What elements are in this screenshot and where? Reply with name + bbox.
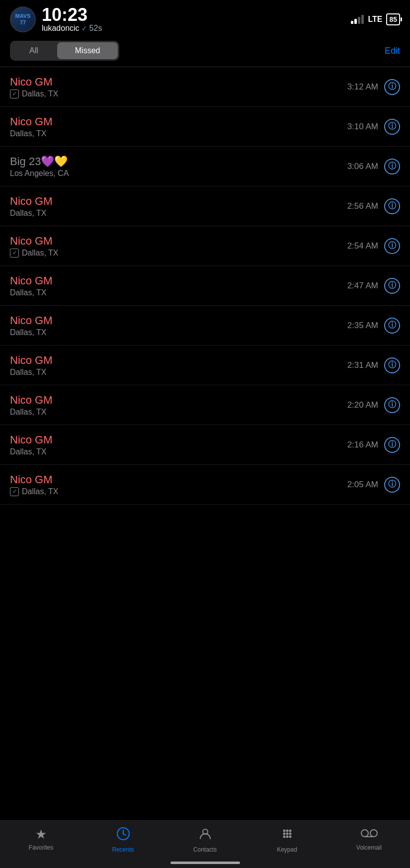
call-time: 2:16 AM bbox=[347, 440, 378, 450]
status-left: MAVS77 10:23 lukadoncic ✓ 52s bbox=[10, 6, 102, 33]
call-right: 2:47 AM ⓘ bbox=[347, 278, 400, 294]
checkbox-icon bbox=[10, 249, 19, 258]
call-right: 2:56 AM ⓘ bbox=[347, 198, 400, 214]
contacts-label: Contacts bbox=[193, 846, 217, 853]
voicemail-label: Voicemail bbox=[356, 844, 382, 851]
signal-bars bbox=[351, 15, 364, 24]
checkbox-icon bbox=[10, 487, 19, 496]
call-info: Nico GM Dallas, TX bbox=[10, 115, 347, 138]
call-item[interactable]: Nico GM Dallas, TX 2:20 AM ⓘ bbox=[0, 385, 410, 425]
call-name: Nico GM bbox=[10, 354, 347, 367]
checkbox-icon bbox=[10, 89, 19, 98]
call-time: 2:05 AM bbox=[347, 480, 378, 490]
info-button[interactable]: ⓘ bbox=[384, 198, 400, 214]
call-list: Nico GM Dallas, TX 3:12 AM ⓘ Nico GM Dal… bbox=[0, 67, 410, 505]
call-info: Big 23💜💛 Los Angeles, CA bbox=[10, 155, 347, 178]
call-right: 2:20 AM ⓘ bbox=[347, 397, 400, 413]
info-button[interactable]: ⓘ bbox=[384, 397, 400, 413]
tab-voicemail[interactable]: Voicemail bbox=[328, 827, 410, 853]
svg-point-12 bbox=[286, 836, 288, 838]
call-info: Nico GM Dallas, TX bbox=[10, 76, 347, 98]
signal-bar-4 bbox=[361, 15, 364, 24]
signal-bar-2 bbox=[354, 19, 357, 24]
tab-favorites[interactable]: ★ Favorites bbox=[0, 827, 82, 853]
call-right: 3:10 AM ⓘ bbox=[347, 119, 400, 135]
call-info: Nico GM Dallas, TX bbox=[10, 195, 347, 218]
call-sub: Dallas, TX bbox=[10, 89, 347, 98]
call-item[interactable]: Nico GM Dallas, TX 2:16 AM ⓘ bbox=[0, 425, 410, 465]
svg-point-15 bbox=[370, 830, 377, 837]
call-name: Nico GM bbox=[10, 274, 347, 287]
call-sub: Dallas, TX bbox=[10, 408, 347, 417]
tab-contacts[interactable]: Contacts bbox=[164, 827, 246, 853]
call-info: Nico GM Dallas, TX bbox=[10, 473, 347, 496]
info-button[interactable]: ⓘ bbox=[384, 437, 400, 453]
contacts-icon bbox=[198, 827, 212, 844]
status-bar: MAVS77 10:23 lukadoncic ✓ 52s LTE 85 bbox=[0, 0, 410, 37]
info-button[interactable]: ⓘ bbox=[384, 278, 400, 294]
svg-point-14 bbox=[361, 830, 368, 837]
status-right: LTE 85 bbox=[351, 13, 400, 25]
keypad-icon bbox=[280, 827, 294, 844]
call-name: Nico GM bbox=[10, 473, 347, 486]
call-item[interactable]: Big 23💜💛 Los Angeles, CA 3:06 AM ⓘ bbox=[0, 147, 410, 186]
call-name: Big 23💜💛 bbox=[10, 155, 347, 168]
call-sub: Dallas, TX bbox=[10, 368, 347, 377]
status-contact-name: lukadoncic ✓ 52s bbox=[42, 24, 102, 33]
call-item[interactable]: Nico GM Dallas, TX 2:05 AM ⓘ bbox=[0, 465, 410, 505]
call-item[interactable]: Nico GM Dallas, TX 3:10 AM ⓘ bbox=[0, 107, 410, 147]
call-right: 2:54 AM ⓘ bbox=[347, 238, 400, 254]
info-button[interactable]: ⓘ bbox=[384, 318, 400, 334]
call-item[interactable]: Nico GM Dallas, TX 2:35 AM ⓘ bbox=[0, 306, 410, 346]
battery-indicator: 85 bbox=[386, 13, 400, 25]
call-right: 3:12 AM ⓘ bbox=[347, 79, 400, 95]
keypad-label: Keypad bbox=[277, 846, 297, 853]
svg-point-8 bbox=[283, 833, 285, 835]
call-name: Nico GM bbox=[10, 195, 347, 208]
info-button[interactable]: ⓘ bbox=[384, 477, 400, 493]
call-right: 2:16 AM ⓘ bbox=[347, 437, 400, 453]
call-sub: Dallas, TX bbox=[10, 249, 347, 258]
edit-button[interactable]: Edit bbox=[385, 46, 400, 56]
info-button[interactable]: ⓘ bbox=[384, 79, 400, 95]
info-button[interactable]: ⓘ bbox=[384, 238, 400, 254]
call-info: Nico GM Dallas, TX bbox=[10, 354, 347, 377]
call-time: 2:20 AM bbox=[347, 400, 378, 410]
favorites-icon: ★ bbox=[35, 827, 47, 842]
info-button[interactable]: ⓘ bbox=[384, 357, 400, 373]
call-time: 2:56 AM bbox=[347, 201, 378, 211]
verified-icon: ✓ bbox=[82, 24, 87, 32]
call-name: Nico GM bbox=[10, 76, 347, 88]
call-time: 3:06 AM bbox=[347, 162, 378, 172]
call-info: Nico GM Dallas, TX bbox=[10, 235, 347, 258]
svg-point-3 bbox=[122, 833, 124, 835]
svg-point-10 bbox=[289, 833, 291, 835]
call-right: 3:06 AM ⓘ bbox=[347, 159, 400, 174]
tab-bar: ★ Favorites Recents Contacts bbox=[0, 820, 410, 868]
tab-keypad[interactable]: Keypad bbox=[246, 827, 328, 853]
filter-tab-missed[interactable]: Missed bbox=[57, 42, 118, 59]
call-item[interactable]: Nico GM Dallas, TX 3:12 AM ⓘ bbox=[0, 67, 410, 107]
call-name: Nico GM bbox=[10, 115, 347, 128]
call-time: 2:31 AM bbox=[347, 360, 378, 370]
svg-point-11 bbox=[283, 836, 285, 838]
filter-bar: All Missed Edit bbox=[0, 37, 410, 67]
call-item[interactable]: Nico GM Dallas, TX 2:31 AM ⓘ bbox=[0, 346, 410, 385]
call-item[interactable]: Nico GM Dallas, TX 2:47 AM ⓘ bbox=[0, 266, 410, 306]
call-name: Nico GM bbox=[10, 394, 347, 407]
call-info: Nico GM Dallas, TX bbox=[10, 434, 347, 456]
filter-tabs: All Missed bbox=[10, 41, 119, 61]
call-time: 2:47 AM bbox=[347, 281, 378, 291]
svg-point-13 bbox=[289, 836, 291, 838]
info-button[interactable]: ⓘ bbox=[384, 159, 400, 174]
tab-recents[interactable]: Recents bbox=[82, 827, 164, 853]
call-time: 3:12 AM bbox=[347, 82, 378, 92]
call-item[interactable]: Nico GM Dallas, TX 2:54 AM ⓘ bbox=[0, 226, 410, 266]
info-button[interactable]: ⓘ bbox=[384, 119, 400, 135]
recents-icon bbox=[116, 827, 130, 844]
status-ago: 52s bbox=[89, 24, 102, 33]
svg-point-9 bbox=[286, 833, 288, 835]
lte-label: LTE bbox=[368, 15, 382, 24]
call-item[interactable]: Nico GM Dallas, TX 2:56 AM ⓘ bbox=[0, 186, 410, 226]
filter-tab-all[interactable]: All bbox=[11, 42, 56, 59]
